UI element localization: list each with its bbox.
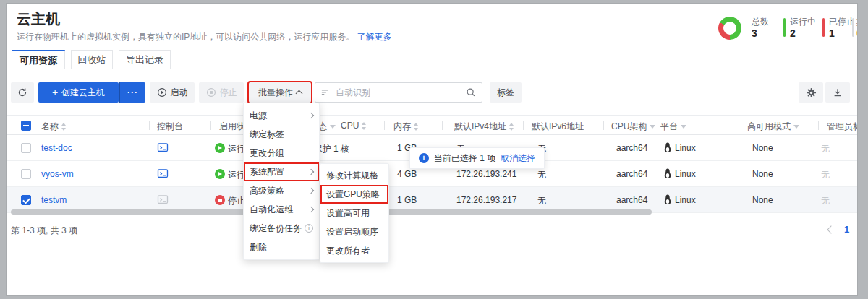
linux-penguin-icon [663,194,672,204]
admin-tag-value: 无 [821,169,830,181]
header-cpu-arch[interactable]: CPU架构 [611,121,655,133]
console-icon[interactable] [157,168,169,179]
header-cpu[interactable]: CPU [341,121,367,131]
filter-icon[interactable] [330,125,336,129]
sort-icon[interactable] [61,123,67,131]
vm-name-link[interactable]: vyos-vm [41,169,74,179]
platform-value: Linux [675,143,696,153]
header-memory[interactable]: 内存 [393,121,419,133]
batch-operations-menu: 电源 绑定标签 更改分组 系统配置 高级策略 自动化运维 绑定备份任务i 删除 [243,103,320,260]
sort-icon[interactable] [414,123,419,131]
ipv4-value: 172.26.193.217 [456,195,516,205]
info-icon: i [419,153,429,163]
header-ha-mode[interactable]: 高可用模式 [747,121,799,133]
menu-item-power[interactable]: 电源 [244,106,319,125]
tab-recycle-bin[interactable]: 回收站 [71,50,113,69]
tag-button[interactable]: 标签 [490,82,522,103]
page-subtitle-text: 运行在物理机上的虚拟机实例，具有独立的IP地址，可以访问公共网络，运行应用服务。 [17,32,354,42]
create-more-button[interactable]: ··· [119,82,145,103]
header-name[interactable]: 名称 [41,121,67,133]
search-box[interactable] [315,82,482,103]
chevron-right-icon [308,169,314,175]
stat-running-label: 运行中 [790,16,816,28]
header-platform[interactable]: 平台 [660,121,686,133]
row-checkbox[interactable] [21,169,31,179]
create-vm-button[interactable]: + 创建云主机 [38,82,119,103]
refresh-icon [17,87,27,98]
submenu-item-change-owner[interactable]: 更改所有者 [320,241,388,260]
submenu-item-set-boot-order[interactable]: 设置启动顺序 [320,222,388,241]
select-all-checkbox[interactable] [21,121,31,131]
filter-lines-icon [321,88,330,97]
page-subtitle: 运行在物理机上的虚拟机实例，具有独立的IP地址，可以访问公共网络，运行应用服务。… [17,31,392,43]
vm-status-donut-chart [718,17,741,40]
menu-item-bind-backup-task[interactable]: 绑定备份任务i [244,219,319,238]
chevron-right-icon [308,207,314,212]
ipv6-value: 无 [537,195,546,207]
stop-label: 停止 [220,87,237,99]
info-icon: i [305,224,313,233]
ha-value: None [752,169,773,179]
sort-icon[interactable] [509,123,514,131]
start-label: 启动 [171,87,188,99]
plus-icon: + [52,87,58,98]
menu-item-system-config[interactable]: 系统配置 [244,162,319,181]
table-header: 名称 控制台 启用状态 状态 CPU 内存 默认IPv4地址 默认IPv6地址 … [7,115,858,135]
sort-icon[interactable] [362,122,367,130]
filter-icon[interactable] [650,125,655,129]
submenu-item-set-high-availability[interactable]: 设置高可用 [320,204,388,222]
export-download-button[interactable] [825,82,850,103]
vm-name-link[interactable]: test-doc [41,143,72,153]
ellipsis-icon: ··· [127,87,138,98]
platform-value: Linux [675,195,696,205]
header-ipv4[interactable]: 默认IPv4地址 [454,121,514,133]
console-icon[interactable] [157,142,169,153]
submenu-item-modify-compute-spec[interactable]: 修改计算规格 [320,166,388,185]
header-ipv6: 默认IPv6地址 [532,121,584,133]
filter-icon[interactable] [681,125,686,129]
ipv4-value: 172.26.193.241 [456,169,516,179]
filter-icon[interactable] [793,125,799,129]
header-admin-tag: 管理员标签 [827,121,858,133]
search-input[interactable] [334,87,461,98]
chevron-up-icon [296,90,303,98]
admin-tag-value: 无 [821,143,830,155]
menu-item-change-group[interactable]: 更改分组 [244,144,319,162]
stat-clipped-value: 0 [856,27,858,39]
cloud-host-page: 云主机 运行在物理机上的虚拟机实例，具有独立的IP地址，可以访问公共网络，运行应… [6,3,858,296]
stat-clipped-label: 其 [856,16,858,28]
stopped-status-icon [215,195,225,205]
tab-export-records[interactable]: 导出记录 [119,50,171,69]
start-button[interactable]: 启动 [150,82,195,103]
tab-available-resources[interactable]: 可用资源 [12,50,65,69]
pagination-info: 第 1-3 项, 共 3 项 [11,225,77,237]
running-status-icon [215,143,225,153]
row-checkbox-checked[interactable] [21,195,31,205]
chevron-right-icon [308,188,314,194]
linux-penguin-icon [663,168,672,178]
column-settings-button[interactable] [799,82,823,103]
vm-name-link[interactable]: testvm [41,195,67,205]
download-icon [833,87,843,98]
tab-label: 回收站 [78,54,106,65]
prev-page-icon[interactable] [827,225,835,233]
menu-item-advanced-policy[interactable]: 高级策略 [244,181,319,200]
row-checkbox[interactable] [21,143,31,153]
search-icon[interactable] [466,87,476,98]
ha-value: None [752,195,773,205]
learn-more-link[interactable]: 了解更多 [357,32,392,42]
arch-value: aarch64 [616,143,647,153]
menu-item-delete[interactable]: 删除 [244,238,319,256]
batch-operations-button[interactable]: 批量操作 [249,82,311,103]
menu-item-bind-tag[interactable]: 绑定标签 [244,125,319,144]
deselect-link[interactable]: 取消选择 [501,152,535,165]
submenu-item-set-gpu-policy[interactable]: 设置GPU策略 [320,185,388,204]
menu-item-automation-ops[interactable]: 自动化运维 [244,200,319,219]
gear-icon [806,87,817,98]
create-vm-label: 创建云主机 [61,87,105,99]
page-number[interactable]: 1 [844,224,849,235]
tab-label: 导出记录 [126,54,163,65]
refresh-button[interactable] [11,82,34,103]
ipv6-value: 无 [537,169,546,181]
arch-value: aarch64 [616,195,647,205]
